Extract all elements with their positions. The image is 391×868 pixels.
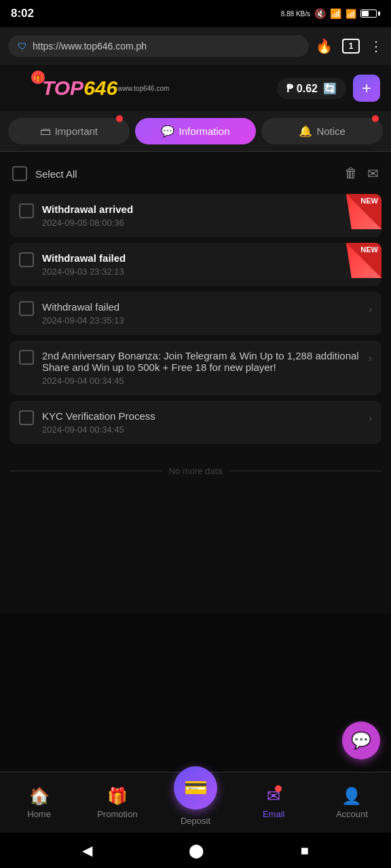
signal-icon: 📶: [330, 8, 341, 19]
message-content-3: Withdrawal failed 2024-09-04 23:35:13: [42, 301, 360, 326]
add-button[interactable]: +: [353, 75, 380, 102]
message-content-5: KYC Verification Process 2024-09-04 00:3…: [42, 410, 360, 435]
network-speed: 8.88 KB/s: [281, 10, 310, 18]
wifi-icon: 📶: [346, 9, 356, 19]
chat-fab-button[interactable]: 💬: [342, 722, 380, 760]
nav-deposit-label: Deposit: [181, 816, 210, 826]
action-icons: 🗑 ✉: [344, 165, 379, 182]
tab-notice-label: Notice: [316, 125, 346, 137]
message-checkbox-5[interactable]: [19, 410, 34, 425]
important-dot: [116, 115, 123, 122]
message-title-1: Withdrawal arrived: [42, 203, 360, 215]
message-date-1: 2024-09-05 08:00:36: [42, 218, 360, 228]
promotion-icon: 🎁: [107, 787, 128, 806]
no-more-data: No more data: [10, 450, 381, 492]
message-item[interactable]: Withdrawal failed 2024-09-04 23:35:13 ›: [10, 292, 381, 335]
message-content-1: Withdrawal arrived 2024-09-05 08:00:36: [42, 203, 360, 228]
message-item[interactable]: 2nd Anniversary Bonanza: Join Telegram &…: [10, 340, 381, 395]
message-checkbox-1[interactable]: [19, 203, 34, 218]
message-date-4: 2024-09-04 00:34:45: [42, 376, 360, 386]
nav-deposit[interactable]: 💳 Deposit: [156, 772, 234, 833]
chevron-icon-4: ›: [369, 350, 372, 363]
header-right: ₱ 0.62 🔄 +: [277, 75, 380, 102]
android-recent-button[interactable]: ■: [301, 843, 309, 859]
message-item[interactable]: KYC Verification Process 2024-09-04 00:3…: [10, 401, 381, 444]
balance-box: ₱ 0.62 🔄: [277, 78, 346, 99]
browser-bar: 🛡 https://www.top646.com.ph 🔥 1 ⋮: [0, 27, 391, 65]
browser-actions: 🔥 1 ⋮: [316, 38, 383, 54]
android-home-button[interactable]: ⬤: [189, 842, 204, 859]
deposit-button[interactable]: 💳: [174, 766, 217, 810]
tab-important-label: Important: [55, 125, 98, 137]
message-content-2: Withdrawal failed 2024-09-03 23:32:13: [42, 252, 360, 277]
bottom-nav: 🏠 Home 🎁 Promotion 💳 Deposit ✉ Email 👤 A…: [0, 772, 391, 833]
status-bar: 8:02 8.88 KB/s 🔇 📶 📶: [0, 0, 391, 27]
app-header: 🎁 TOP646 www.top646.com ₱ 0.62 🔄 +: [0, 65, 391, 111]
shield-icon: 🛡: [18, 41, 27, 52]
message-checkbox-3[interactable]: [19, 301, 34, 316]
fire-button[interactable]: 🔥: [316, 38, 333, 54]
notice-icon: 🔔: [299, 125, 312, 138]
new-badge-1: NEW: [346, 194, 381, 229]
chevron-icon-5: ›: [369, 410, 372, 424]
logo-container: TOP646 www.top646.com: [42, 77, 169, 100]
nav-account[interactable]: 👤 Account: [313, 772, 391, 833]
logo-top: TOP: [42, 77, 83, 99]
android-nav: ◀ ⬤ ■: [0, 833, 391, 868]
nav-promotion[interactable]: 🎁 Promotion: [78, 772, 156, 833]
balance-amount: ₱ 0.62: [286, 82, 318, 95]
notice-dot: [372, 115, 379, 122]
mail-icon[interactable]: ✉: [367, 165, 379, 182]
battery-icon: [360, 9, 380, 18]
nav-home[interactable]: 🏠 Home: [0, 772, 78, 833]
account-icon: 👤: [341, 787, 362, 806]
android-back-button[interactable]: ◀: [82, 842, 92, 859]
message-title-4: 2nd Anniversary Bonanza: Join Telegram &…: [42, 350, 360, 373]
nav-account-label: Account: [336, 809, 368, 819]
nav-email[interactable]: ✉ Email: [235, 772, 313, 833]
deposit-icon: 💳: [184, 776, 208, 799]
url-bar[interactable]: 🛡 https://www.top646.com.ph: [8, 35, 309, 57]
chevron-icon-3: ›: [369, 301, 372, 315]
message-checkbox-4[interactable]: [19, 350, 34, 365]
message-item[interactable]: Withdrawal failed 2024-09-03 23:32:13 NE…: [10, 243, 381, 286]
message-item[interactable]: Withdrawal arrived 2024-09-05 08:00:36 N…: [10, 194, 381, 237]
select-all-checkbox[interactable]: [12, 166, 27, 181]
home-icon: 🏠: [29, 787, 50, 806]
email-icon: ✉: [267, 787, 280, 806]
message-date-5: 2024-09-04 00:34:45: [42, 425, 360, 435]
tabs-bar: 🗃 Important 💬 Information 🔔 Notice: [0, 111, 391, 152]
more-button[interactable]: ⋮: [369, 38, 383, 54]
message-title-2: Withdrawal failed: [42, 252, 360, 264]
message-title-5: KYC Verification Process: [42, 410, 360, 422]
mute-icon: 🔇: [314, 8, 326, 19]
menu-button[interactable]: 🎁: [11, 76, 35, 100]
refresh-icon[interactable]: 🔄: [323, 82, 337, 95]
tab-notice[interactable]: 🔔 Notice: [261, 118, 383, 144]
delete-icon[interactable]: 🗑: [344, 165, 358, 182]
content-area: Select All 🗑 ✉ Withdrawal arrived 2024-0…: [0, 152, 391, 613]
select-all-left: Select All: [12, 166, 77, 181]
nav-home-label: Home: [27, 809, 51, 819]
tab-count[interactable]: 1: [342, 39, 360, 54]
new-badge-2: NEW: [346, 243, 381, 278]
message-title-3: Withdrawal failed: [42, 301, 360, 313]
tab-information-label: Information: [179, 125, 229, 137]
url-text: https://www.top646.com.ph: [33, 41, 147, 52]
tab-important[interactable]: 🗃 Important: [8, 118, 130, 144]
logo-646: 646: [83, 77, 117, 99]
information-icon: 💬: [161, 125, 174, 138]
nav-email-label: Email: [263, 809, 285, 819]
important-icon: 🗃: [40, 125, 51, 138]
message-checkbox-2[interactable]: [19, 252, 34, 267]
nav-promotion-label: Promotion: [97, 809, 137, 819]
email-notification-dot: [275, 785, 282, 792]
message-date-3: 2024-09-04 23:35:13: [42, 315, 360, 326]
no-more-data-text: No more data: [169, 466, 223, 476]
message-date-2: 2024-09-03 23:32:13: [42, 267, 360, 277]
message-content-4: 2nd Anniversary Bonanza: Join Telegram &…: [42, 350, 360, 386]
logo-sub: www.top646.com: [117, 85, 169, 92]
header-left: 🎁 TOP646 www.top646.com: [11, 76, 169, 100]
select-all-label: Select All: [35, 168, 77, 180]
tab-information[interactable]: 💬 Information: [135, 118, 257, 144]
